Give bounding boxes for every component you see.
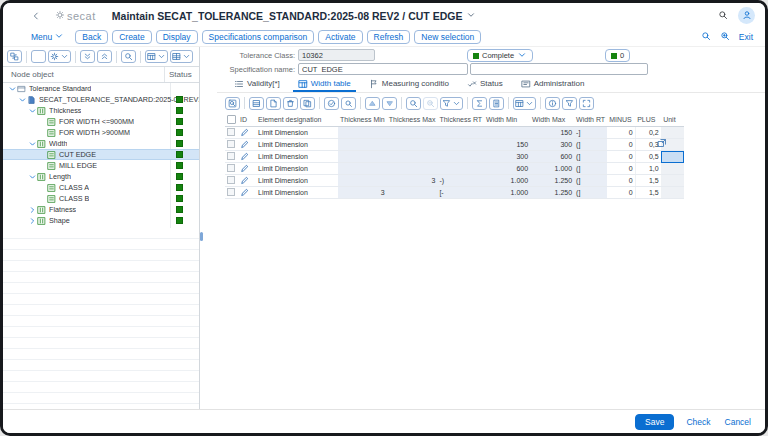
- pencil-icon[interactable]: [240, 139, 250, 149]
- row-select-cell[interactable]: [225, 139, 238, 151]
- row-edit-cell[interactable]: [238, 151, 256, 163]
- new-selection-button[interactable]: New selection: [414, 30, 481, 44]
- insert-row-icon[interactable]: [249, 97, 264, 110]
- tree-item-class-a[interactable]: CLASS A: [3, 182, 199, 193]
- tab-administration[interactable]: Administration: [512, 75, 594, 92]
- row-edit-cell[interactable]: [238, 139, 256, 151]
- cancel-button[interactable]: Cancel: [723, 415, 753, 429]
- display-icon[interactable]: [341, 97, 356, 110]
- display-button[interactable]: Display: [156, 30, 198, 44]
- tab-status[interactable]: Status: [458, 75, 512, 92]
- views-icon[interactable]: [145, 50, 168, 63]
- row-checkbox[interactable]: [227, 140, 235, 148]
- specification-name-input[interactable]: [298, 63, 468, 75]
- row-edit-cell[interactable]: [238, 127, 256, 139]
- tree-item-flatness[interactable]: Flatness: [3, 204, 199, 215]
- export-icon[interactable]: [489, 97, 504, 110]
- fullscreen-icon[interactable]: [579, 97, 594, 110]
- back-button[interactable]: Back: [75, 30, 108, 44]
- tree-item-class-b[interactable]: CLASS B: [3, 193, 199, 204]
- sum-icon[interactable]: [472, 97, 487, 110]
- cell[interactable]: 0: [607, 163, 635, 175]
- select-all-checkbox[interactable]: [227, 115, 236, 124]
- funnel-icon[interactable]: [440, 97, 463, 110]
- swap-view-icon[interactable]: [7, 50, 22, 63]
- trash-icon[interactable]: [283, 97, 298, 110]
- tab-width-table[interactable]: Width table: [289, 75, 360, 92]
- save-button[interactable]: Save: [635, 414, 674, 430]
- activate-button[interactable]: Activate: [318, 30, 362, 44]
- tree-item-cut-edge[interactable]: CUT EDGE: [3, 149, 199, 160]
- layout-icon[interactable]: [170, 50, 193, 63]
- chevron-down-icon[interactable]: [8, 84, 17, 94]
- tri-up-icon[interactable]: [365, 97, 380, 110]
- cell[interactable]: 0: [607, 127, 635, 139]
- back-chevron-icon[interactable]: [31, 11, 41, 21]
- chevron-down-icon[interactable]: [18, 95, 27, 105]
- set-filter-icon[interactable]: [562, 97, 577, 110]
- row-select-cell[interactable]: [225, 127, 238, 139]
- cell[interactable]: 0: [607, 151, 635, 163]
- collapse-all-icon[interactable]: [97, 50, 112, 63]
- chevron-right-icon[interactable]: [28, 205, 37, 215]
- tree-item-length[interactable]: Length: [3, 171, 199, 182]
- find-icon[interactable]: [121, 50, 136, 63]
- content-search-icon[interactable]: [701, 31, 711, 43]
- unit-cell[interactable]: [661, 175, 684, 187]
- search-box-icon[interactable]: [225, 97, 240, 110]
- pencil-icon[interactable]: [240, 163, 250, 173]
- pencil-icon[interactable]: [240, 187, 250, 197]
- cell[interactable]: 0,2: [635, 127, 661, 139]
- cell[interactable]: 1,0: [635, 163, 661, 175]
- delete-icon[interactable]: [31, 50, 46, 63]
- cell[interactable]: 0: [607, 139, 635, 151]
- cell[interactable]: 0: [607, 187, 635, 199]
- splitter-handle[interactable]: [200, 232, 203, 241]
- tolerance-class-input[interactable]: [298, 49, 375, 61]
- exit-link[interactable]: Exit: [739, 32, 753, 42]
- find-icon[interactable]: [406, 97, 421, 110]
- select-all-header[interactable]: [225, 113, 238, 127]
- row-select-cell[interactable]: [225, 175, 238, 187]
- row-checkbox[interactable]: [227, 176, 235, 184]
- advanced-search-icon[interactable]: [720, 31, 730, 43]
- row-select-cell[interactable]: [225, 187, 238, 199]
- chevron-right-icon[interactable]: [28, 216, 37, 226]
- avatar[interactable]: [738, 7, 755, 24]
- row-select-cell[interactable]: [225, 151, 238, 163]
- row-edit-cell[interactable]: [238, 175, 256, 187]
- tree-item-width[interactable]: Width: [3, 138, 199, 149]
- panel-splitter[interactable]: [200, 47, 217, 410]
- create-button[interactable]: Create: [112, 30, 152, 44]
- open-value-help-icon[interactable]: [657, 138, 667, 150]
- menu-button[interactable]: Menu: [31, 31, 64, 43]
- row-edit-cell[interactable]: [238, 163, 256, 175]
- pencil-icon[interactable]: [240, 175, 250, 185]
- cell[interactable]: 1,5: [635, 175, 661, 187]
- row-checkbox[interactable]: [227, 188, 235, 196]
- tri-down-icon[interactable]: [382, 97, 397, 110]
- tree-item-tolerance-standard[interactable]: Tolerance Standard: [3, 83, 199, 94]
- tab-validity-[interactable]: Validity[*]: [225, 75, 289, 92]
- info-icon[interactable]: [545, 97, 560, 110]
- cell[interactable]: 0,5: [635, 151, 661, 163]
- tree-item-mill-edge[interactable]: MILL EDGE: [3, 160, 199, 171]
- pencil-icon[interactable]: [240, 151, 250, 161]
- check-circle-icon[interactable]: [324, 97, 339, 110]
- specification-extra-input[interactable]: [470, 63, 648, 75]
- row-checkbox[interactable]: [227, 128, 235, 136]
- tree-item-secat-tolerance-standard-2025-08-rev2[interactable]: SECAT_TOLERANCE_STANDARD:2025-08 REV2: [3, 94, 199, 105]
- unit-cell[interactable]: [661, 187, 684, 199]
- settings-icon[interactable]: [48, 50, 71, 63]
- tree-item-for-width-900mm[interactable]: FOR WIDTH >900MM: [3, 127, 199, 138]
- pencil-icon[interactable]: [240, 127, 250, 137]
- unit-cell-selected[interactable]: [661, 151, 684, 163]
- chevron-down-icon[interactable]: [28, 172, 37, 182]
- check-button[interactable]: Check: [684, 415, 712, 429]
- chevron-down-icon[interactable]: [28, 139, 37, 149]
- chevron-down-icon[interactable]: [28, 106, 37, 116]
- shell-search-icon[interactable]: [718, 10, 728, 22]
- row-checkbox[interactable]: [227, 164, 235, 172]
- expand-all-icon[interactable]: [80, 50, 95, 63]
- title-chevron-down-icon[interactable]: [466, 10, 476, 22]
